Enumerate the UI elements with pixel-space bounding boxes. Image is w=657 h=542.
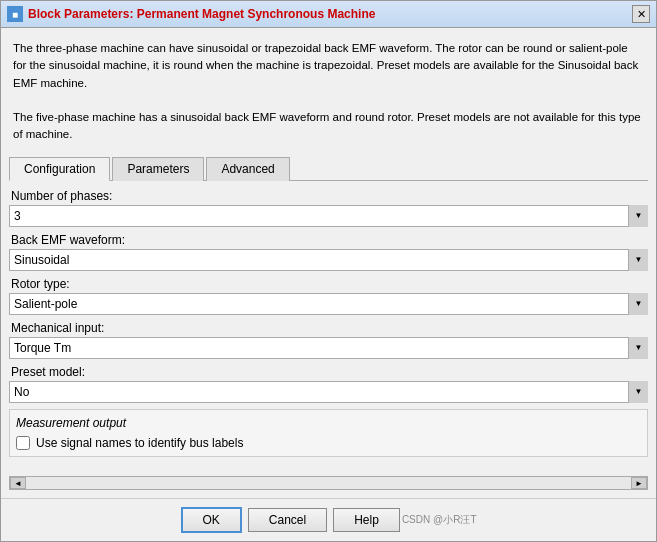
scroll-track[interactable] xyxy=(26,477,631,489)
field-num-phases: Number of phases: 3 ▼ xyxy=(9,189,648,227)
field-rotor-type: Rotor type: Salient-pole ▼ xyxy=(9,277,648,315)
main-window: ■ Block Parameters: Permanent Magnet Syn… xyxy=(0,0,657,542)
label-rotor-type: Rotor type: xyxy=(9,277,648,291)
label-mech-input: Mechanical input: xyxy=(9,321,648,335)
select-mech-input[interactable]: Torque Tm xyxy=(9,337,648,359)
form-section: Number of phases: 3 ▼ Back EMF waveform:… xyxy=(9,189,648,473)
window-title: Block Parameters: Permanent Magnet Synch… xyxy=(28,7,375,21)
label-back-emf: Back EMF waveform: xyxy=(9,233,648,247)
content-area: The three-phase machine can have sinusoi… xyxy=(1,28,656,498)
label-preset-model: Preset model: xyxy=(9,365,648,379)
signal-names-label: Use signal names to identify bus labels xyxy=(36,436,243,450)
tab-configuration[interactable]: Configuration xyxy=(9,157,110,181)
block-icon: ■ xyxy=(7,6,23,22)
select-num-phases[interactable]: 3 xyxy=(9,205,648,227)
desc-para2: The five-phase machine has a sinusoidal … xyxy=(13,109,644,144)
field-preset-model: Preset model: No ▼ xyxy=(9,365,648,403)
tab-parameters[interactable]: Parameters xyxy=(112,157,204,181)
ok-button[interactable]: OK xyxy=(181,507,242,533)
description: The three-phase machine can have sinusoi… xyxy=(9,36,648,148)
close-button[interactable]: ✕ xyxy=(632,5,650,23)
dropdown-wrapper-rotor-type: Salient-pole ▼ xyxy=(9,293,648,315)
dropdown-wrapper-mech-input: Torque Tm ▼ xyxy=(9,337,648,359)
title-bar: ■ Block Parameters: Permanent Magnet Syn… xyxy=(1,1,656,28)
help-section: Help CSDN @小R汪T xyxy=(333,508,476,532)
tab-advanced[interactable]: Advanced xyxy=(206,157,289,181)
label-num-phases: Number of phases: xyxy=(9,189,648,203)
dropdown-wrapper-preset-model: No ▼ xyxy=(9,381,648,403)
field-mech-input: Mechanical input: Torque Tm ▼ xyxy=(9,321,648,359)
field-back-emf: Back EMF waveform: Sinusoidal ▼ xyxy=(9,233,648,271)
help-button[interactable]: Help xyxy=(333,508,400,532)
scroll-right-button[interactable]: ► xyxy=(631,477,647,489)
bottom-bar: OK Cancel Help CSDN @小R汪T xyxy=(1,498,656,541)
checkbox-row: Use signal names to identify bus labels xyxy=(16,436,641,450)
scroll-left-button[interactable]: ◄ xyxy=(10,477,26,489)
title-bar-left: ■ Block Parameters: Permanent Magnet Syn… xyxy=(7,6,375,22)
select-back-emf[interactable]: Sinusoidal xyxy=(9,249,648,271)
measurement-section: Measurement output Use signal names to i… xyxy=(9,409,648,457)
cancel-button[interactable]: Cancel xyxy=(248,508,327,532)
select-rotor-type[interactable]: Salient-pole xyxy=(9,293,648,315)
scrollbar[interactable]: ◄ ► xyxy=(9,476,648,490)
watermark: CSDN @小R汪T xyxy=(402,513,477,527)
dropdown-wrapper-back-emf: Sinusoidal ▼ xyxy=(9,249,648,271)
tabs-container: Configuration Parameters Advanced xyxy=(9,156,648,181)
dropdown-wrapper-num-phases: 3 ▼ xyxy=(9,205,648,227)
signal-names-checkbox[interactable] xyxy=(16,436,30,450)
desc-para1: The three-phase machine can have sinusoi… xyxy=(13,40,644,92)
select-preset-model[interactable]: No xyxy=(9,381,648,403)
measurement-title: Measurement output xyxy=(16,416,641,430)
